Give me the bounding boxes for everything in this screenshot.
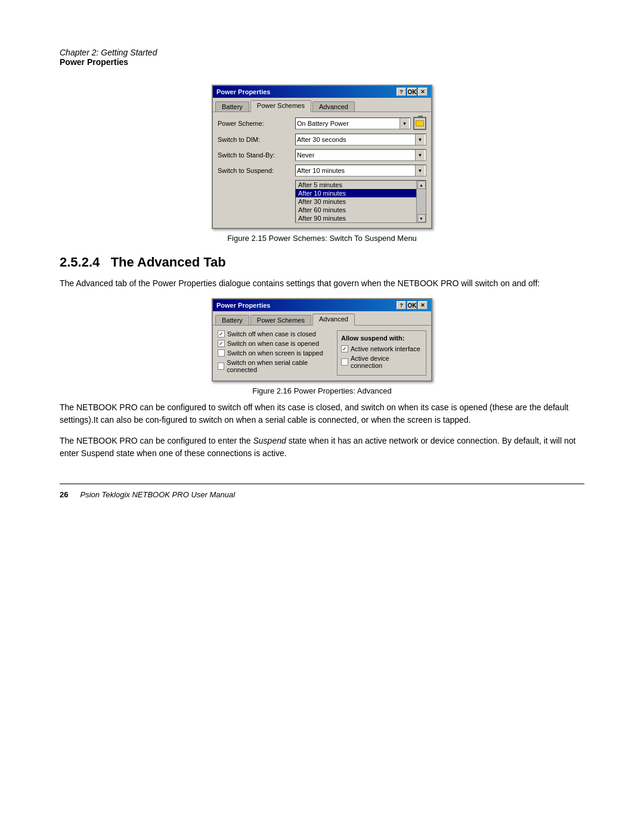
help-button-1[interactable]: ? xyxy=(397,88,406,96)
page-number: 26 xyxy=(60,490,68,499)
form-row-suspend: Switch to Suspend: After 10 minutes ▼ xyxy=(218,165,426,176)
label-case-opened: Switch on when case is opened xyxy=(227,340,319,347)
scroll-up-1[interactable]: ▲ xyxy=(417,181,426,189)
checkbox-serial-cable[interactable] xyxy=(218,363,224,370)
form-row-dim: Switch to DIM: After 30 seconds ▼ xyxy=(218,134,426,145)
label-device: Active device connection xyxy=(351,355,422,369)
figure1-caption: Figure 2.15 Power Schemes: Switch To Sus… xyxy=(227,234,417,243)
dialog-tabs-2: Battery Power Schemes Advanced xyxy=(213,311,431,326)
checkbox-row-3: Switch on when screen is tapped xyxy=(218,349,332,357)
dropdown-items-1: After 5 minutes After 10 minutes After 3… xyxy=(296,181,416,222)
footer-text: Psion Teklogix NETBOOK PRO User Manual xyxy=(80,490,235,499)
chapter-subtitle: Power Properties xyxy=(60,57,584,67)
tab-advanced-2[interactable]: Advanced xyxy=(312,314,355,326)
dialog-titlebar-2: Power Properties ? OK ✕ xyxy=(213,299,431,311)
dialog-title-1: Power Properties xyxy=(216,88,270,95)
select-arrow-powerscheme: ▼ xyxy=(400,118,409,129)
ok-button-2[interactable]: OK xyxy=(407,301,417,309)
select-standby[interactable]: Never ▼ xyxy=(295,149,426,161)
scroll-down-1[interactable]: ▼ xyxy=(417,214,426,222)
checkbox-screen-tapped[interactable] xyxy=(218,349,225,357)
control-powerscheme: On Battery Power ▼ xyxy=(295,117,426,130)
control-standby: Never ▼ xyxy=(295,149,426,161)
dialog-titlebar-1: Power Properties ? OK ✕ xyxy=(213,86,431,98)
label-network: Active network interface xyxy=(351,345,420,352)
checkbox-row-device: Active device connection xyxy=(341,355,422,369)
tab-powerschemes-1[interactable]: Power Schemes xyxy=(250,100,311,112)
page-footer: 26 Psion Teklogix NETBOOK PRO User Manua… xyxy=(60,484,584,499)
dropdown-item-30min[interactable]: After 30 minutes xyxy=(296,197,416,206)
form-row-standby: Switch to Stand-By: Never ▼ xyxy=(218,149,426,161)
checkbox-row-1: Switch off when case is closed xyxy=(218,330,332,337)
label-powerscheme: Power Scheme: xyxy=(218,120,295,127)
dropdown-open-1: After 5 minutes After 10 minutes After 3… xyxy=(295,180,426,223)
body-text-1: The Advanced tab of the Power Properties… xyxy=(60,277,584,290)
section-title: The Advanced Tab xyxy=(111,255,226,270)
close-button-1[interactable]: ✕ xyxy=(418,88,428,96)
tab-battery-1[interactable]: Battery xyxy=(215,101,249,112)
select-arrow-standby: ▼ xyxy=(415,150,425,160)
checkbox-case-closed[interactable] xyxy=(218,330,225,337)
label-case-closed: Switch off when case is closed xyxy=(227,330,316,337)
form-row-powerscheme: Power Scheme: On Battery Power ▼ xyxy=(218,117,426,130)
label-dim: Switch to DIM: xyxy=(218,136,295,143)
figure2-container: Power Properties ? OK ✕ Battery Power Sc… xyxy=(60,298,584,395)
checkbox-row-network: Active network interface xyxy=(341,345,422,352)
body-text-2: The NETBOOK PRO can be configured to swi… xyxy=(60,401,584,426)
battery-icon xyxy=(413,117,426,130)
checkbox-row-4: Switch on when serial cable connected xyxy=(218,359,332,373)
group-label-suspend: Allow suspend with: xyxy=(341,335,422,342)
select-powerscheme[interactable]: On Battery Power ▼ xyxy=(295,117,411,129)
dropdown-item-5min[interactable]: After 5 minutes xyxy=(296,181,416,189)
help-button-2[interactable]: ? xyxy=(397,301,406,309)
dropdown-item-10min[interactable]: After 10 minutes xyxy=(296,189,416,197)
checkbox-row-2: Switch on when case is opened xyxy=(218,340,332,347)
dropdown-scrollbar-1: ▲ ▼ xyxy=(416,181,426,222)
section-heading: 2.5.2.4 The Advanced Tab xyxy=(60,255,584,270)
tab-powerschemes-2[interactable]: Power Schemes xyxy=(250,315,311,325)
dropdown-item-60min[interactable]: After 60 minutes xyxy=(296,206,416,214)
italic-suspend: Suspend xyxy=(253,436,286,445)
dialog-content-1: Power Scheme: On Battery Power ▼ xyxy=(213,112,431,228)
dialog-box-2: Power Properties ? OK ✕ Battery Power Sc… xyxy=(212,298,432,382)
dialog-content-advanced: Switch off when case is closed Switch on… xyxy=(213,326,431,380)
select-suspend[interactable]: After 10 minutes ▼ xyxy=(295,165,426,176)
tab-battery-2[interactable]: Battery xyxy=(215,315,249,325)
scroll-track-1 xyxy=(417,189,426,214)
label-screen-tapped: Switch on when screen is tapped xyxy=(227,349,323,357)
dialog-tabs-1: Battery Power Schemes Advanced xyxy=(213,98,431,112)
checkbox-case-opened[interactable] xyxy=(218,340,225,347)
checkbox-network[interactable] xyxy=(341,345,348,352)
right-column-advanced: Allow suspend with: Active network inter… xyxy=(337,330,426,376)
left-column-advanced: Switch off when case is closed Switch on… xyxy=(218,330,332,376)
dialog-title-2: Power Properties xyxy=(216,302,270,309)
figure1-container: Power Properties ? OK ✕ Battery Power Sc… xyxy=(60,85,584,243)
label-standby: Switch to Stand-By: xyxy=(218,151,295,159)
label-suspend: Switch to Suspend: xyxy=(218,167,295,174)
ok-button-1[interactable]: OK xyxy=(407,88,417,96)
select-arrow-dim: ▼ xyxy=(415,134,425,145)
section-number: 2.5.2.4 xyxy=(60,255,100,270)
checkbox-device[interactable] xyxy=(341,358,348,366)
control-dim: After 30 seconds ▼ xyxy=(295,134,426,145)
titlebar-buttons-1: ? OK ✕ xyxy=(397,88,428,96)
tab-advanced-1[interactable]: Advanced xyxy=(312,101,355,112)
figure2-caption: Figure 2.16 Power Properties: Advanced xyxy=(252,386,391,395)
chapter-header: Chapter 2: Getting Started Power Propert… xyxy=(60,48,584,67)
dialog-box-1: Power Properties ? OK ✕ Battery Power Sc… xyxy=(212,85,432,229)
titlebar-buttons-2: ? OK ✕ xyxy=(397,301,428,309)
body-text-3: The NETBOOK PRO can be configured to ent… xyxy=(60,435,584,460)
dropdown-item-90min[interactable]: After 90 minutes xyxy=(296,214,416,222)
label-serial-cable: Switch on when serial cable connected xyxy=(227,359,332,373)
select-arrow-suspend: ▼ xyxy=(415,165,425,176)
close-button-2[interactable]: ✕ xyxy=(418,301,428,309)
chapter-title: Chapter 2: Getting Started xyxy=(60,48,584,57)
control-suspend: After 10 minutes ▼ xyxy=(295,165,426,176)
select-dim[interactable]: After 30 seconds ▼ xyxy=(295,134,426,145)
